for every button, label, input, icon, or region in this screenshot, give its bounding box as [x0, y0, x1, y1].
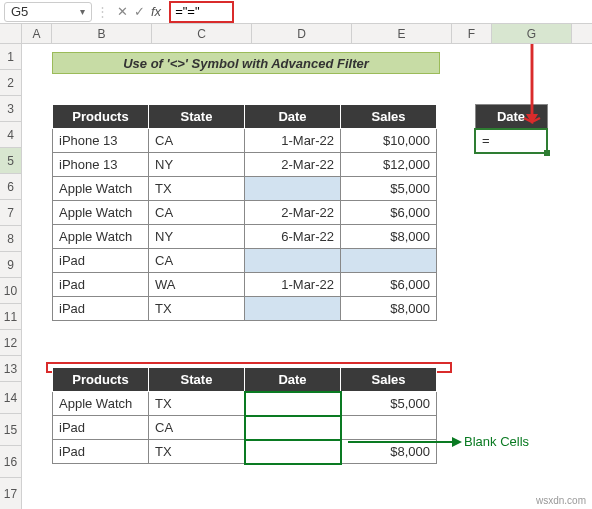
column-headers: A B C D E F G: [0, 24, 592, 44]
row-header[interactable]: 15: [0, 414, 21, 446]
row-header[interactable]: 2: [0, 70, 21, 96]
accept-icon[interactable]: ✓: [134, 4, 145, 19]
row-headers: 1 2 3 4 5 6 7 8 9 10 11 12 13 14 15 16 1…: [0, 44, 22, 509]
row-header[interactable]: 16: [0, 446, 21, 478]
row-header[interactable]: 11: [0, 304, 21, 330]
chevron-down-icon[interactable]: ▾: [80, 6, 85, 17]
fx-icon[interactable]: fx: [151, 4, 161, 19]
callout-label: Blank Cells: [464, 434, 529, 449]
row-header[interactable]: 8: [0, 226, 21, 252]
row-header[interactable]: 17: [0, 478, 21, 509]
svg-marker-2: [452, 437, 462, 447]
cancel-icon[interactable]: ✕: [117, 4, 128, 19]
row-header[interactable]: 7: [0, 200, 21, 226]
formula-bar: G5 ▾ ⋮ ✕ ✓ fx: [0, 0, 592, 24]
formula-input-highlight: [169, 1, 234, 23]
row-header[interactable]: 6: [0, 174, 21, 200]
row-header[interactable]: 4: [0, 122, 21, 148]
select-all-corner[interactable]: [0, 24, 22, 43]
col-header-d[interactable]: D: [252, 24, 352, 43]
col-header-f[interactable]: F: [452, 24, 492, 43]
formula-input[interactable]: [175, 4, 228, 19]
row-header[interactable]: 3: [0, 96, 21, 122]
name-box[interactable]: G5 ▾: [4, 2, 92, 22]
col-header-b[interactable]: B: [52, 24, 152, 43]
row-header[interactable]: 14: [0, 382, 21, 414]
watermark: wsxdn.com: [536, 495, 586, 506]
name-box-value: G5: [11, 4, 28, 19]
row-header[interactable]: 1: [0, 44, 21, 70]
col-header-g[interactable]: G: [492, 24, 572, 43]
separator: ⋮: [96, 4, 109, 19]
formula-buttons: ✕ ✓ fx: [113, 4, 165, 19]
row-header[interactable]: 13: [0, 356, 21, 382]
col-header-a[interactable]: A: [22, 24, 52, 43]
row-header[interactable]: 9: [0, 252, 21, 278]
col-header-c[interactable]: C: [152, 24, 252, 43]
col-header-e[interactable]: E: [352, 24, 452, 43]
row-header[interactable]: 12: [0, 330, 21, 356]
row-header[interactable]: 10: [0, 278, 21, 304]
row-header[interactable]: 5: [0, 148, 21, 174]
